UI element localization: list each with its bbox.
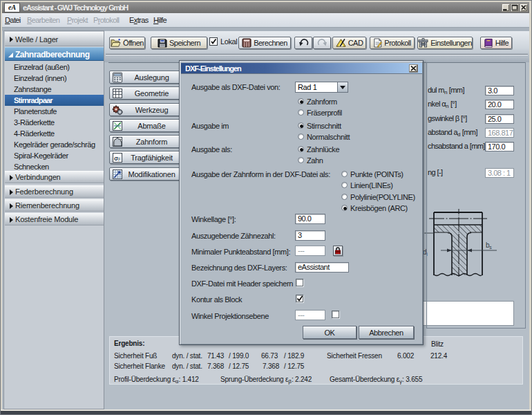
svg-text:F: F (118, 157, 121, 162)
svg-text:bs: bs (486, 241, 492, 250)
svg-text:di: di (423, 248, 428, 257)
